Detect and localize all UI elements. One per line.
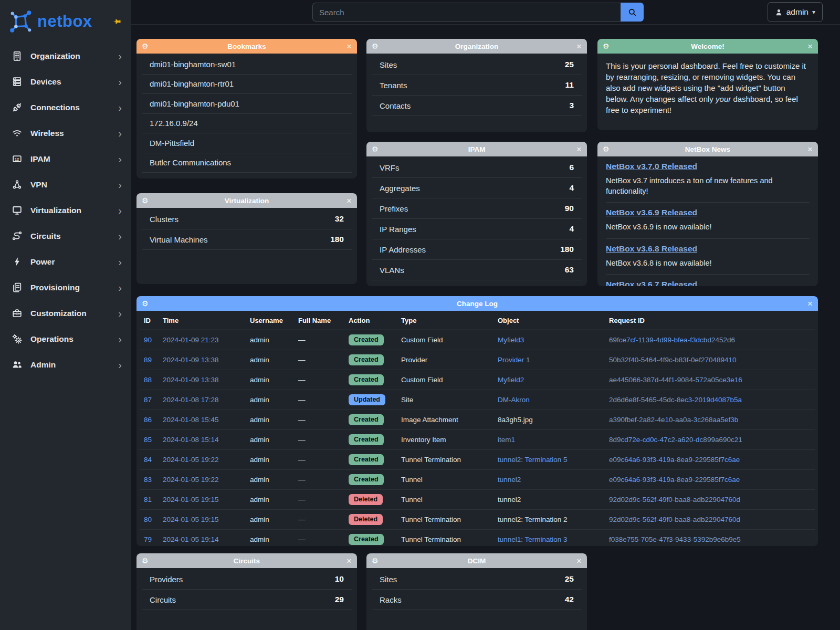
sidebar-item-virtualization[interactable]: Virtualization ›: [0, 197, 131, 223]
bookmark-item[interactable]: dmi01-binghamton-pdu01: [142, 94, 352, 114]
change-time-link[interactable]: 2024-01-05 19:15: [163, 516, 219, 523]
bookmark-item[interactable]: Butler Communications: [142, 153, 352, 173]
news-link[interactable]: NetBox v3.6.7 Released: [606, 280, 697, 286]
bookmark-item[interactable]: dmi01-binghamton-sw01: [142, 55, 352, 75]
sidebar-item-vpn[interactable]: VPN ›: [0, 172, 131, 197]
sidebar-item-operations[interactable]: Operations ›: [0, 326, 131, 352]
search-button[interactable]: [621, 3, 644, 22]
change-time-link[interactable]: 2024-01-08 15:45: [163, 416, 219, 424]
gear-icon[interactable]: ⚙: [142, 300, 150, 307]
change-time-link[interactable]: 2024-01-05 19:14: [163, 536, 219, 543]
change-id-link[interactable]: 85: [144, 436, 152, 444]
close-icon[interactable]: ×: [804, 145, 813, 154]
plug-icon: [10, 101, 23, 114]
close-icon[interactable]: ×: [573, 145, 582, 154]
news-widget-header: ⚙ NetBox News ×: [597, 142, 818, 156]
sidebar-item-customization[interactable]: Customization ›: [0, 300, 131, 326]
change-type: Tunnel Termination: [401, 456, 461, 464]
request-id-link[interactable]: 8d9cd72e-cd0c-47c2-a620-dc899a690c21: [609, 436, 742, 444]
gear-icon[interactable]: ⚙: [142, 557, 150, 564]
change-id-link[interactable]: 79: [144, 536, 152, 543]
change-time-link[interactable]: 2024-01-05 19:22: [163, 456, 219, 464]
sidebar-item-circuits[interactable]: Circuits ›: [0, 223, 131, 249]
change-time-link[interactable]: 2024-01-08 15:14: [163, 436, 219, 444]
request-id-link[interactable]: e09c64a6-93f3-419a-8ea9-229585f7c6ae: [609, 456, 740, 464]
change-id-link[interactable]: 80: [144, 516, 152, 523]
gear-icon[interactable]: ⚙: [603, 43, 611, 50]
gear-icon[interactable]: ⚙: [142, 43, 150, 50]
change-id-link[interactable]: 89: [144, 356, 152, 364]
sidebar-item-wireless[interactable]: Wireless ›: [0, 120, 131, 146]
change-object[interactable]: Myfield3: [498, 336, 524, 344]
sidebar-item-organization[interactable]: Organization ›: [0, 43, 131, 69]
change-object[interactable]: tunnel2: Termination 5: [498, 456, 568, 464]
user-menu-button[interactable]: admin ▾: [768, 2, 823, 22]
close-icon[interactable]: ×: [804, 299, 813, 308]
change-time-link[interactable]: 2024-01-09 13:38: [163, 356, 219, 364]
sidebar-item-connections[interactable]: Connections ›: [0, 94, 131, 120]
gear-icon[interactable]: ⚙: [142, 197, 150, 204]
request-id-link[interactable]: 92d02d9c-562f-49f0-baa8-adb22904760d: [609, 516, 740, 523]
change-time-link[interactable]: 2024-01-08 17:28: [163, 396, 219, 404]
request-id-link[interactable]: 69fce7cf-1139-4d99-bfea-f3dcbd2452d6: [609, 336, 735, 344]
change-id-link[interactable]: 90: [144, 336, 152, 344]
close-icon[interactable]: ×: [343, 42, 352, 51]
changelog-table-wrap: ID Time Username Full Name Action Type O…: [136, 311, 818, 546]
bookmark-item[interactable]: DM-Pittsfield: [142, 133, 352, 153]
gear-icon[interactable]: ⚙: [603, 145, 611, 153]
change-object[interactable]: item1: [498, 436, 515, 444]
change-id-link[interactable]: 88: [144, 376, 152, 384]
widget-title: IPAM: [380, 145, 573, 153]
change-time-link[interactable]: 2024-01-09 13:38: [163, 376, 219, 384]
change-id-link[interactable]: 87: [144, 396, 152, 404]
news-link[interactable]: NetBox v3.6.8 Released: [606, 244, 697, 254]
news-item: NetBox v3.6.8 Released NetBox v3.6.8 is …: [606, 239, 810, 275]
change-object[interactable]: Myfield2: [498, 376, 524, 384]
news-link[interactable]: NetBox v3.6.9 Released: [606, 208, 697, 217]
widget-title: Circuits: [150, 557, 343, 565]
request-id-link[interactable]: f038e755-705e-47f3-9433-5392b9e6b9e5: [609, 536, 741, 543]
search-input[interactable]: [312, 3, 621, 22]
request-id-link[interactable]: ae445066-387d-44f1-9084-572a05ce3e16: [609, 376, 742, 384]
change-object[interactable]: 8a3gh5.jpg: [498, 416, 533, 424]
change-time-link[interactable]: 2024-01-05 19:15: [163, 496, 219, 503]
gear-icon[interactable]: ⚙: [372, 43, 380, 50]
sidebar-item-devices[interactable]: Devices ›: [0, 69, 131, 94]
sidebar-item-ipam[interactable]: 12 IPAM ›: [0, 146, 131, 172]
request-id-link[interactable]: a390fbef-2a82-4e10-aa0a-3c268aa5ef3b: [609, 416, 738, 424]
change-time-link[interactable]: 2024-01-05 19:22: [163, 476, 219, 484]
change-object[interactable]: tunnel1: Termination 3: [498, 536, 568, 543]
sidebar-item-provisioning[interactable]: Provisioning ›: [0, 275, 131, 300]
close-icon[interactable]: ×: [804, 42, 813, 51]
dcim-widget-header: ⚙ DCIM ×: [366, 553, 587, 568]
change-object[interactable]: DM-Akron: [498, 396, 530, 404]
close-icon[interactable]: ×: [343, 196, 352, 205]
gear-icon[interactable]: ⚙: [372, 145, 380, 153]
change-id-link[interactable]: 86: [144, 416, 152, 424]
pin-sidebar-icon[interactable]: [111, 16, 122, 27]
sidebar-item-power[interactable]: Power ›: [0, 249, 131, 275]
change-object[interactable]: Provider 1: [498, 356, 530, 364]
action-badge: Created: [349, 434, 384, 445]
news-link[interactable]: NetBox v3.7.0 Released: [606, 162, 697, 171]
change-object[interactable]: tunnel2: [498, 496, 521, 503]
request-id-link[interactable]: e09c64a6-93f3-419a-8ea9-229585f7c6ae: [609, 476, 740, 484]
close-icon[interactable]: ×: [343, 556, 352, 565]
brand[interactable]: netbox: [0, 0, 131, 38]
request-id-link[interactable]: 50b32f40-5464-4f9c-b83f-0ef270489410: [609, 356, 736, 364]
gear-icon[interactable]: ⚙: [372, 557, 380, 564]
change-id-link[interactable]: 81: [144, 496, 152, 503]
close-icon[interactable]: ×: [573, 42, 582, 51]
change-id-link[interactable]: 83: [144, 476, 152, 484]
sidebar-item-admin[interactable]: Admin ›: [0, 352, 131, 377]
change-time-link[interactable]: 2024-01-09 21:23: [163, 336, 219, 344]
bookmark-item[interactable]: 172.16.0.9/24: [142, 114, 352, 134]
request-id-link[interactable]: 2d6d6e8f-5465-45dc-8ec3-2019d4087b5a: [609, 396, 742, 404]
bookmark-item[interactable]: dmi01-binghamton-rtr01: [142, 75, 352, 94]
change-object[interactable]: tunnel2: [498, 476, 521, 484]
chevron-right-icon: ›: [118, 128, 122, 139]
change-object[interactable]: tunnel2: Termination 2: [498, 516, 568, 523]
request-id-link[interactable]: 92d02d9c-562f-49f0-baa8-adb22904760d: [609, 496, 740, 503]
change-id-link[interactable]: 84: [144, 456, 152, 464]
close-icon[interactable]: ×: [573, 556, 582, 565]
